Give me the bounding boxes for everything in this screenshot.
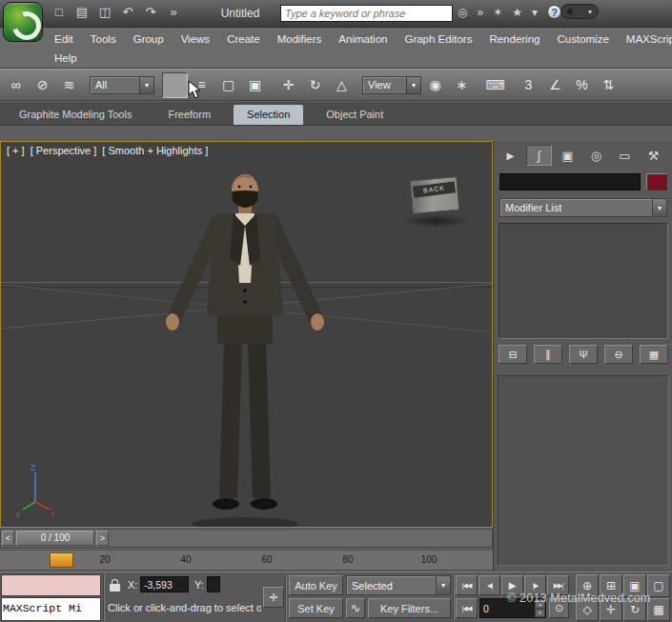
search-input[interactable] xyxy=(281,6,452,21)
search-chevron-icon[interactable]: » xyxy=(477,6,483,19)
new-scene-icon[interactable]: □ xyxy=(51,5,67,19)
menu-help[interactable]: Help xyxy=(46,50,86,67)
open-file-icon[interactable]: ▤ xyxy=(74,5,90,19)
viewport-pov-menu[interactable]: [ Perspective ] xyxy=(31,145,97,156)
select-and-scale-icon[interactable]: △ xyxy=(329,72,355,98)
rectangular-selection-region-icon[interactable]: ▢ xyxy=(215,72,241,98)
back-sign-prop[interactable]: BACK xyxy=(396,175,479,229)
menu-tools[interactable]: Tools xyxy=(82,30,125,48)
selection-set-dropdown[interactable]: Selected ▾ xyxy=(346,575,451,595)
tab-object-paint[interactable]: Object Paint xyxy=(313,105,397,125)
dropdown-arrow-icon[interactable]: ▾ xyxy=(139,77,153,93)
make-unique-icon[interactable]: Ψ xyxy=(569,345,598,364)
keyboard-shortcut-override-icon[interactable]: ⌨ xyxy=(482,72,508,98)
motion-tab-icon[interactable]: ◎ xyxy=(583,145,609,166)
maximize-viewport-icon[interactable]: ▦ xyxy=(647,598,670,621)
create-tab-icon[interactable]: ► xyxy=(498,145,523,166)
configure-modifier-sets-icon[interactable]: ▦ xyxy=(640,345,668,364)
menu-group[interactable]: Group xyxy=(125,30,173,48)
menu-rendering[interactable]: Rendering xyxy=(480,30,548,48)
object-name-field[interactable] xyxy=(499,173,641,191)
ribbon-minimize-button[interactable]: ▾ xyxy=(560,4,599,19)
tab-freeform[interactable]: Freeform xyxy=(154,105,224,125)
pin-stack-icon[interactable]: ⊟ xyxy=(499,345,527,364)
time-slider-handle[interactable]: 0 / 100 xyxy=(16,531,94,546)
viewport-general-menu[interactable]: [ + ] xyxy=(7,145,25,156)
menu-create[interactable]: Create xyxy=(218,30,269,48)
search-icon[interactable]: ◎ xyxy=(458,6,467,19)
object-color-swatch[interactable] xyxy=(646,173,667,191)
zoom-region-icon[interactable]: ▢ xyxy=(647,574,670,597)
unlink-selection-icon[interactable]: ⊘ xyxy=(30,72,55,98)
tab-selection[interactable]: Selection xyxy=(234,105,303,125)
3dsmax-logo[interactable] xyxy=(3,2,43,42)
maxscript-mini-listener[interactable]: MAXScript Mi xyxy=(1,597,101,621)
set-key-button[interactable]: Set Key xyxy=(289,598,343,618)
select-and-manipulate-icon[interactable]: ∗ xyxy=(449,72,475,98)
menu-graph-editors[interactable]: Graph Editors xyxy=(396,30,480,48)
percent-snap-toggle-icon[interactable]: % xyxy=(569,72,595,98)
modifier-list-dropdown[interactable]: Modifier List ▾ xyxy=(499,198,667,217)
favorites-caret-icon[interactable]: ▾ xyxy=(532,6,538,19)
window-crossing-icon[interactable]: ▣ xyxy=(242,72,268,98)
show-end-result-icon[interactable]: ∥ xyxy=(534,345,562,364)
remove-modifier-icon[interactable]: ⊖ xyxy=(604,345,633,364)
redo-icon[interactable]: ↷ xyxy=(143,5,158,19)
dropdown-arrow-icon[interactable]: ▾ xyxy=(652,199,666,216)
range-marker[interactable] xyxy=(50,552,73,568)
key-filters-button[interactable]: Key Filters... xyxy=(368,598,451,618)
previous-frame-icon[interactable]: ◀| xyxy=(479,575,500,595)
use-pivot-point-center-icon[interactable]: ◉ xyxy=(422,72,448,98)
bind-to-space-warp-icon[interactable]: ≋ xyxy=(56,72,82,98)
select-and-link-icon[interactable]: ∞ xyxy=(3,72,29,98)
set-keys-key-icon[interactable]: ∿ xyxy=(346,598,365,618)
3dsmax-window: □ ▤ ◫ ↶ ↷ » Untitled ◎ » ✶ ★ ▾ ? » Edit … xyxy=(0,0,672,622)
viewport-shading-menu[interactable]: [ Smooth + Highlights ] xyxy=(102,145,208,156)
auto-key-button[interactable]: Auto Key xyxy=(289,575,343,595)
modify-tab-icon[interactable]: ∫ xyxy=(526,145,552,166)
statusbar-divider xyxy=(285,574,287,621)
select-and-move-icon[interactable]: ✛ xyxy=(275,72,301,98)
character-model[interactable] xyxy=(144,171,346,528)
watermark-text: © 2013 MetalMedved.com xyxy=(507,592,651,605)
selection-filter-dropdown[interactable]: All ▾ xyxy=(90,76,154,94)
reference-coordinate-system-dropdown[interactable]: View ▾ xyxy=(362,76,421,94)
dropdown-arrow-icon[interactable]: ▾ xyxy=(436,576,450,594)
utilities-tab-icon[interactable]: ⚒ xyxy=(641,145,666,166)
snap-toggle-3d-icon[interactable]: 3 xyxy=(516,72,541,98)
spinner-snap-toggle-icon[interactable]: ⇅ xyxy=(596,72,621,98)
go-to-start-icon[interactable]: |◀◀ xyxy=(456,575,478,595)
undo-icon[interactable]: ↶ xyxy=(120,5,135,19)
subscription-key-icon[interactable]: ✶ xyxy=(493,6,502,19)
y-coordinate-field[interactable] xyxy=(207,576,220,592)
menu-customize[interactable]: Customize xyxy=(548,30,617,48)
modifier-stack[interactable] xyxy=(499,223,668,339)
menu-views[interactable]: Views xyxy=(173,30,218,48)
save-file-icon[interactable]: ◫ xyxy=(97,5,112,19)
select-object-button[interactable] xyxy=(162,72,188,98)
previous-key-icon[interactable]: |◀◀ xyxy=(456,598,478,618)
menu-maxscript[interactable]: MAXScript xyxy=(618,30,672,48)
previous-frame-arrow[interactable]: < xyxy=(2,531,14,546)
perspective-viewport[interactable]: [ + ] [ Perspective ] [ Smooth + Highlig… xyxy=(0,141,493,528)
angle-snap-toggle-icon[interactable]: ∠ xyxy=(542,72,568,98)
x-coordinate-field[interactable] xyxy=(140,576,189,592)
help-icon[interactable]: ? xyxy=(547,5,561,19)
menu-modifiers[interactable]: Modifiers xyxy=(269,30,331,48)
menu-animation[interactable]: Animation xyxy=(330,30,396,48)
selection-lock-toggle[interactable] xyxy=(107,577,124,594)
tab-graphite-modeling-tools[interactable]: Graphite Modeling Tools xyxy=(6,105,145,125)
display-tab-icon[interactable]: ▭ xyxy=(612,145,638,166)
next-frame-arrow[interactable]: > xyxy=(96,531,109,546)
menu-edit[interactable]: Edit xyxy=(46,30,82,48)
dropdown-arrow-icon[interactable]: ▾ xyxy=(406,77,420,93)
communication-center-icon[interactable]: ★ xyxy=(512,6,522,19)
select-and-rotate-icon[interactable]: ↻ xyxy=(302,72,328,98)
maxscript-listener-macro-line[interactable] xyxy=(1,574,101,596)
command-panel: ► ∫ ▣ ◎ ▭ ⚒ Modifier List ▾ ⊟ ∥ Ψ ⊖ ▦ xyxy=(493,141,672,572)
offset-mode-toggle-icon[interactable]: ✛ xyxy=(263,587,284,608)
hierarchy-tab-icon[interactable]: ▣ xyxy=(555,145,580,166)
spinner-down-icon[interactable]: ▾ xyxy=(535,609,545,618)
qat-overflow-chevron-icon[interactable]: » xyxy=(166,5,181,19)
track-bar[interactable]: 20 40 60 80 100 xyxy=(0,550,493,571)
